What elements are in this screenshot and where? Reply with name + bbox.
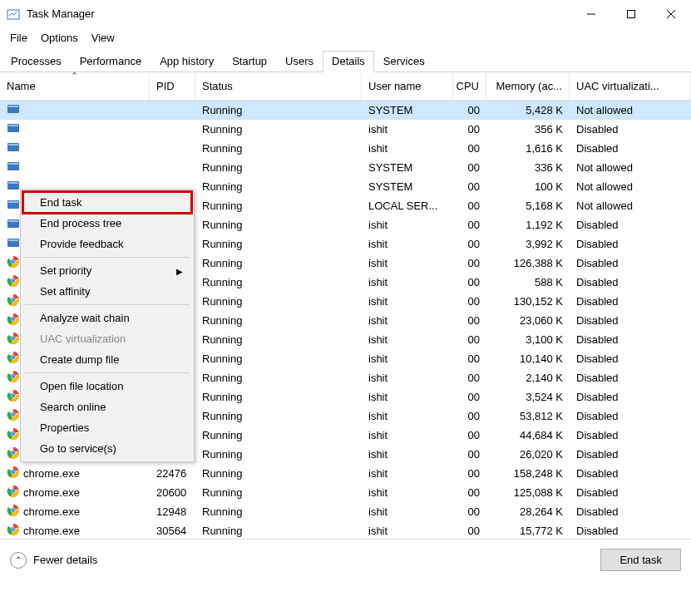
end-task-button[interactable]: End task bbox=[600, 549, 681, 571]
cell-user: ishit bbox=[362, 391, 453, 403]
cell-uac: Disabled bbox=[570, 123, 691, 136]
cell-status: Running bbox=[195, 486, 362, 499]
chrome-icon bbox=[7, 427, 20, 443]
svg-point-72 bbox=[12, 490, 15, 493]
column-status[interactable]: Status bbox=[195, 72, 362, 100]
cell-uac: Disabled bbox=[570, 410, 691, 422]
context-menu-create-dump-file[interactable]: Create dump file bbox=[23, 349, 191, 370]
tab-users[interactable]: Users bbox=[276, 51, 323, 71]
table-row[interactable]: chrome.exe22476Runningishit00158,248 KDi… bbox=[0, 464, 691, 483]
cell-cpu: 00 bbox=[453, 467, 486, 480]
tab-processes[interactable]: Processes bbox=[2, 51, 71, 71]
tab-app-history[interactable]: App history bbox=[151, 51, 223, 71]
fewer-details-label: Fewer details bbox=[33, 554, 97, 566]
column-username[interactable]: User name bbox=[362, 72, 453, 100]
app-window-icon bbox=[7, 102, 20, 118]
chrome-icon bbox=[7, 351, 20, 367]
fewer-details-toggle[interactable]: ⌃ Fewer details bbox=[10, 552, 97, 569]
app-window-icon bbox=[7, 160, 20, 175]
cell-uac: Disabled bbox=[570, 257, 691, 269]
table-row[interactable]: Runningishit001,616 KDisabled bbox=[0, 139, 691, 158]
cell-mem: 5,428 K bbox=[486, 104, 570, 116]
cell-status: Running bbox=[195, 525, 362, 537]
cell-mem: 23,060 K bbox=[486, 314, 570, 327]
maximize-button[interactable] bbox=[611, 0, 651, 27]
cell-uac: Disabled bbox=[570, 486, 691, 499]
column-memory[interactable]: Memory (ac... bbox=[486, 72, 570, 100]
cell-user: SYSTEM bbox=[362, 180, 453, 193]
cell-cpu: 00 bbox=[453, 238, 486, 250]
cell-status: Running bbox=[195, 238, 362, 250]
app-window-icon bbox=[7, 179, 20, 195]
svg-point-56 bbox=[12, 413, 15, 416]
menu-file[interactable]: File bbox=[3, 30, 34, 46]
cell-uac: Disabled bbox=[570, 333, 691, 346]
cell-cpu: 00 bbox=[453, 219, 486, 231]
table-row[interactable]: chrome.exe12948Runningishit0028,264 KDis… bbox=[0, 502, 691, 521]
table-header: Name PID Status User name CPU Memory (ac… bbox=[0, 72, 691, 101]
menubar: FileOptionsView bbox=[0, 27, 691, 47]
context-menu-end-process-tree[interactable]: End process tree bbox=[23, 213, 191, 234]
table-row[interactable]: RunningSYSTEM00336 KNot allowed bbox=[0, 158, 691, 177]
tab-startup[interactable]: Startup bbox=[223, 51, 276, 71]
column-pid[interactable]: PID bbox=[150, 72, 195, 100]
cell-cpu: 00 bbox=[453, 295, 486, 308]
cell-user: ishit bbox=[362, 429, 453, 441]
cell-user: ishit bbox=[362, 142, 453, 155]
context-menu-separator bbox=[25, 257, 190, 258]
context-menu-go-to-service-s-[interactable]: Go to service(s) bbox=[23, 438, 191, 459]
context-menu-open-file-location[interactable]: Open file location bbox=[23, 376, 191, 397]
cell-uac: Disabled bbox=[570, 142, 691, 155]
minimize-button[interactable] bbox=[571, 0, 611, 27]
cell-mem: 1,616 K bbox=[486, 142, 570, 155]
cell-pid: 12948 bbox=[150, 505, 195, 518]
cell-uac: Disabled bbox=[570, 276, 691, 288]
cell-status: Running bbox=[195, 505, 362, 518]
svg-point-32 bbox=[12, 298, 15, 302]
context-menu-uac-virtualization: UAC virtualization bbox=[23, 328, 191, 349]
cell-cpu: 00 bbox=[453, 123, 486, 136]
window-title: Task Manager bbox=[27, 7, 571, 20]
context-menu-properties[interactable]: Properties bbox=[23, 417, 191, 438]
cell-pid: 22476 bbox=[150, 467, 195, 480]
cell-user: ishit bbox=[362, 276, 453, 288]
tab-services[interactable]: Services bbox=[374, 51, 434, 71]
cell-mem: 1,192 K bbox=[486, 219, 570, 231]
svg-rect-18 bbox=[8, 220, 18, 222]
svg-rect-16 bbox=[8, 201, 18, 203]
table-row[interactable]: Runningishit00356 KDisabled bbox=[0, 120, 691, 139]
cell-status: Running bbox=[195, 104, 362, 116]
context-menu-set-affinity[interactable]: Set affinity bbox=[23, 281, 191, 302]
context-menu-analyze-wait-chain[interactable]: Analyze wait chain bbox=[23, 308, 191, 328]
column-cpu[interactable]: CPU bbox=[453, 72, 486, 100]
context-menu-end-task[interactable]: End task bbox=[23, 192, 191, 213]
chrome-icon bbox=[7, 466, 20, 481]
cell-user: ishit bbox=[362, 314, 453, 327]
menu-options[interactable]: Options bbox=[34, 30, 85, 46]
context-menu-search-online[interactable]: Search online bbox=[23, 397, 191, 417]
svg-point-64 bbox=[12, 451, 15, 455]
cell-uac: Disabled bbox=[570, 391, 691, 403]
cell-mem: 3,992 K bbox=[486, 238, 570, 250]
cell-uac: Not allowed bbox=[570, 104, 691, 116]
cell-status: Running bbox=[195, 257, 362, 269]
table-row[interactable]: chrome.exe20600Runningishit00125,088 KDi… bbox=[0, 483, 691, 502]
cell-user: ishit bbox=[362, 123, 453, 136]
tab-performance[interactable]: Performance bbox=[71, 51, 151, 71]
close-button[interactable] bbox=[651, 0, 691, 27]
chrome-icon bbox=[7, 293, 20, 309]
table-row[interactable]: RunningSYSTEM005,428 KNot allowed bbox=[0, 101, 691, 120]
chevron-up-icon: ⌃ bbox=[10, 552, 27, 569]
context-menu-set-priority[interactable]: Set priority▶ bbox=[23, 260, 191, 281]
column-uac[interactable]: UAC virtualizati... bbox=[570, 72, 691, 100]
column-name[interactable]: Name bbox=[0, 72, 150, 100]
cell-user: ishit bbox=[362, 219, 453, 231]
context-menu-provide-feedback[interactable]: Provide feedback bbox=[23, 234, 191, 254]
table-row[interactable]: chrome.exe30564Runningishit0015,772 KDis… bbox=[0, 521, 691, 539]
cell-cpu: 00 bbox=[453, 333, 486, 346]
cell-status: Running bbox=[195, 352, 362, 365]
tab-details[interactable]: Details bbox=[323, 51, 374, 72]
menu-view[interactable]: View bbox=[85, 30, 121, 46]
cell-mem: 26,020 K bbox=[486, 448, 570, 461]
svg-rect-10 bbox=[8, 144, 18, 145]
